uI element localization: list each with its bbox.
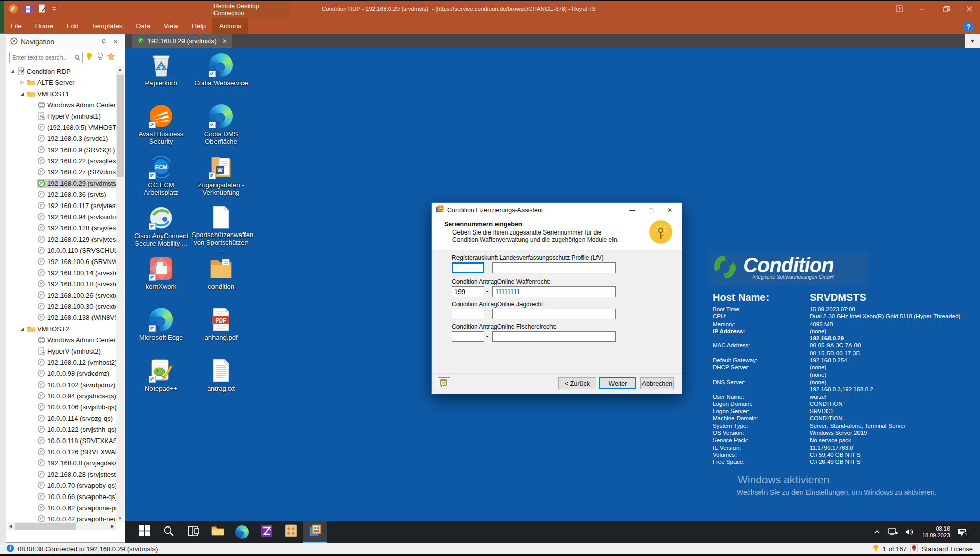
desktop-icon[interactable]: condition	[191, 254, 251, 305]
taskbar-wizard-app-button[interactable]	[303, 521, 327, 543]
tree-item[interactable]: HyperV (vmhost2)	[6, 345, 116, 357]
tab-close-icon[interactable]: ✕	[222, 38, 227, 45]
tree-item[interactable]: 192.168.0.128 (srvjvtestprod)	[6, 222, 116, 233]
desktop-icon[interactable]: ECMCC ECM Arbeitsplatz	[131, 152, 191, 203]
minimize-icon[interactable]	[917, 3, 928, 14]
expander-expanded-icon[interactable]: ◢	[18, 91, 26, 96]
serial-prefix-input[interactable]	[452, 331, 484, 342]
scroll-left-icon[interactable]: ◀	[7, 522, 14, 530]
dialog-help-button[interactable]: ?	[438, 377, 450, 389]
serial-number-input[interactable]	[492, 331, 616, 342]
tree-item[interactable]: 192.168.0.117 (srvjvtestdev)	[6, 200, 116, 211]
serial-number-input[interactable]	[492, 309, 616, 319]
action-center-icon[interactable]: 1	[958, 528, 967, 536]
expander-expanded-icon[interactable]: ◢	[8, 69, 16, 74]
tree-item[interactable]: 192.168.0.29 (srvdmsts)	[6, 178, 116, 189]
search-input[interactable]	[9, 52, 69, 63]
tree-item[interactable]: 192.168.0.138 (WIN8VSC)	[6, 312, 116, 323]
vertical-scroll-thumb[interactable]	[117, 75, 124, 177]
desktop-icon[interactable]: Notepad++	[131, 356, 191, 406]
edit-document-icon[interactable]	[38, 4, 46, 13]
desktop-icon[interactable]: Sportschützenwaffen von Sportschützen ..…	[191, 203, 251, 254]
desktop-icon[interactable]: Codia DMS Oberfläche	[191, 101, 251, 152]
dialog-minimize-icon[interactable]: —	[625, 205, 640, 215]
menu-item-help[interactable]: Help	[185, 18, 212, 34]
save-icon[interactable]	[24, 5, 33, 13]
scroll-down-icon[interactable]: ▼	[116, 515, 124, 522]
tab-overflow-icon[interactable]: ▼	[965, 34, 980, 48]
taskbar-task-view-button[interactable]	[181, 521, 205, 543]
session-tab[interactable]: 192.168.0.29 (srvdmsts) ✕	[132, 34, 232, 48]
tree-item[interactable]: 192.168.0.8 (srvjagdakadem	[6, 457, 116, 469]
tree-item[interactable]: 10.0.0.66 (srvapohe-qs)	[6, 491, 116, 502]
desktop-icon[interactable]: Codia Webservice	[191, 50, 251, 101]
tree-item[interactable]: 192.168.100.26 (srvextest05)	[6, 289, 116, 301]
tree-item[interactable]: 192.168.0.9 (SRVSQL)	[6, 144, 116, 155]
qat-customize-icon[interactable]	[52, 6, 57, 11]
serial-number-input[interactable]: 11111111	[492, 286, 616, 297]
close-icon[interactable]	[964, 3, 975, 14]
tree-item[interactable]: Windows Admin Center VM	[6, 99, 116, 110]
speaker-icon[interactable]	[905, 528, 914, 536]
dialog-close-icon[interactable]: ✕	[662, 205, 678, 215]
taskbar-app-diamonds-button[interactable]	[279, 521, 303, 543]
tree-item[interactable]: 10.0.0.42 (srvapoth-neu)	[6, 513, 116, 522]
remote-desktop-viewport[interactable]: PapierkorbCodia WebserviceAvast Business…	[125, 48, 980, 543]
menu-item-view[interactable]: View	[157, 18, 185, 34]
search-icon[interactable]	[72, 52, 83, 63]
collapse-ribbon-icon[interactable]	[894, 3, 905, 14]
tray-chevron-icon[interactable]	[874, 530, 880, 534]
tree-item[interactable]: (192.168.0.5) VMHOST1	[6, 122, 116, 133]
tree-item[interactable]: 10.0.0.62 (srvaponrw-pilot)	[6, 502, 116, 513]
tree-item[interactable]: 192.168.100.30 (srvextest06)	[6, 301, 116, 312]
tree-vertical-scrollbar[interactable]: ▲ ▼	[116, 66, 124, 522]
tree-item[interactable]: 192.168.100.6 (SRVNWRFL)	[6, 256, 116, 267]
pin-icon[interactable]	[99, 37, 108, 46]
tree-item[interactable]: ◢VMHOST2	[6, 323, 116, 334]
network-icon[interactable]	[888, 528, 898, 536]
back-button[interactable]: < Zurück	[558, 377, 596, 389]
tree-item[interactable]: HyperV (vmhost1)	[6, 110, 116, 122]
help-icon[interactable]: ?	[963, 21, 974, 32]
next-button[interactable]: Weiter	[599, 377, 636, 389]
tree-item[interactable]: Windows Admin Center VM	[6, 334, 116, 345]
tree-item[interactable]: ◢VMHOST1	[6, 88, 116, 99]
tree-item[interactable]: ▷ALTE Server	[6, 77, 116, 88]
taskbar-start-button[interactable]	[132, 521, 157, 543]
star-icon[interactable]	[107, 52, 115, 63]
taskbar-edge-button[interactable]	[230, 521, 254, 543]
taskbar-app-z-button[interactable]	[254, 521, 279, 543]
tree-item[interactable]: 192.168.0.94 (srvksinfoma2)	[6, 211, 116, 222]
menu-item-file[interactable]: File	[4, 18, 28, 34]
serial-number-input[interactable]	[492, 262, 616, 273]
menu-item-edit[interactable]: Edit	[60, 18, 85, 34]
tree-item[interactable]: 192.168.0.12 (vmhost2)	[6, 357, 116, 368]
desktop-icon[interactable]: Cisco AnyConnect Secure Mobility ...	[131, 203, 191, 254]
desktop-icon[interactable]: komXwork	[131, 254, 191, 305]
tree-item[interactable]: 10.0.0.114 (srvozg-qs)	[6, 413, 116, 424]
tree-horizontal-scrollbar[interactable]: ◀ ▶	[7, 522, 116, 530]
tree-item[interactable]: ◢Condition RDP	[6, 66, 116, 77]
serial-prefix-input[interactable]	[452, 262, 484, 273]
scroll-right-icon[interactable]: ▶	[109, 522, 116, 530]
tree-item[interactable]: 10.0.0.98 (srvdcdmz)	[6, 368, 116, 379]
tree-item[interactable]: 10.0.0.94 (srvjstnds-qs)	[6, 390, 116, 401]
horizontal-scroll-thumb[interactable]	[15, 523, 76, 530]
menu-item-templates[interactable]: Templates	[85, 18, 130, 34]
taskbar-file-explorer-button[interactable]	[205, 521, 230, 543]
tree-item[interactable]: 10.0.0.122 (srvjsthh-qs)	[6, 424, 116, 435]
bulb-filled-icon[interactable]	[85, 52, 94, 63]
tree-item[interactable]: 192.168.100.18 (srvextest02)	[6, 278, 116, 289]
dialog-title-bar[interactable]: Condition Lizenzierungs-Assistent — ▢ ✕	[432, 203, 682, 217]
desktop-icon[interactable]: Microsoft Edge	[131, 305, 191, 356]
menu-item-data[interactable]: Data	[130, 18, 158, 34]
tree-item[interactable]: 10.0.0.70 (srvapoby-qs)	[6, 480, 116, 491]
tree-item[interactable]: 192.168.0.129 (srvjvtestprod)	[6, 233, 116, 245]
desktop-icon[interactable]: PDFanhang.pdf	[191, 305, 251, 356]
close-panel-icon[interactable]: ✕	[111, 37, 120, 46]
serial-prefix-input[interactable]	[452, 309, 484, 319]
scroll-up-icon[interactable]: ▲	[116, 66, 124, 73]
tree-item[interactable]: 192.168.0.27 (SRVdmsenaio)	[6, 166, 116, 178]
desktop-icon[interactable]: antrag.txt	[191, 356, 251, 406]
desktop-icon[interactable]: Papierkorb	[131, 50, 191, 101]
